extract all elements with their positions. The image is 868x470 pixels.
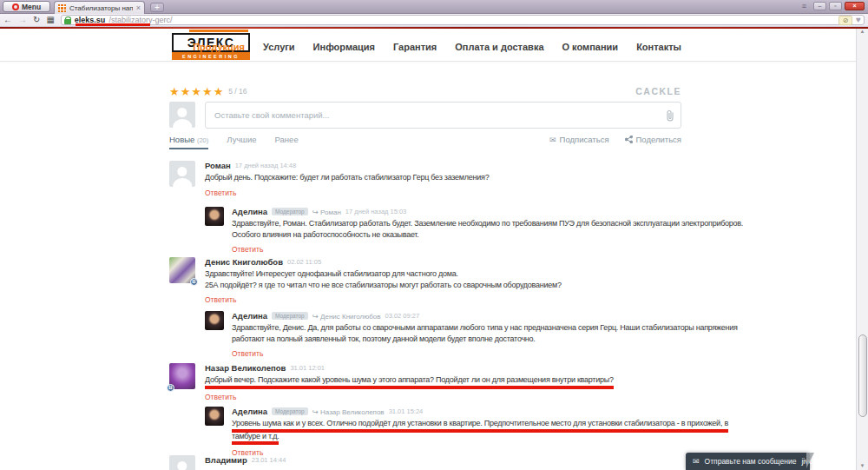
comment-text: Добрый вечер. Подскажите какой уровень ш… bbox=[205, 374, 614, 389]
back-icon[interactable]: ← bbox=[3, 16, 12, 24]
comment-line: Здравствуйте, Денис. Да, для работы со с… bbox=[232, 322, 738, 334]
subscribe-button[interactable]: ✉ Подписаться bbox=[549, 135, 608, 144]
comment: BДенис Книголюбов02.02 11:05Здравствуйте… bbox=[169, 257, 562, 306]
scroll-up-icon[interactable]: ▲ bbox=[857, 29, 868, 34]
comment: Роман17 дней назад 14:48Добрый день. Под… bbox=[169, 161, 489, 199]
comment-time: 31.01 12:01 bbox=[290, 364, 325, 372]
star-icon[interactable]: ★ bbox=[181, 85, 192, 98]
opera-menu-button[interactable]: Menu bbox=[3, 1, 50, 12]
comment: Владимир23.01 14:44 bbox=[169, 455, 286, 470]
moderator-badge: Модератор bbox=[272, 407, 308, 415]
star-icon[interactable]: ★ bbox=[214, 85, 225, 98]
reply-button[interactable]: Ответить bbox=[205, 189, 236, 197]
comment-author[interactable]: Аделина bbox=[232, 207, 267, 216]
menu-label: Menu bbox=[22, 3, 41, 11]
reload-icon[interactable]: ↻ bbox=[33, 16, 40, 24]
browser-tab[interactable]: Стабилизаторы напряже... × bbox=[54, 1, 145, 14]
browser-tab-bar: Menu Стабилизаторы напряже... × + ≡ – ▫ … bbox=[0, 0, 868, 14]
comment-author[interactable]: Денис Книголюбов bbox=[205, 257, 283, 267]
url-path: /stabilizatory-gerc/ bbox=[108, 16, 835, 24]
nav-item[interactable]: Контакты bbox=[636, 42, 681, 52]
star-icon[interactable]: ★ bbox=[202, 85, 214, 98]
rating-score: 5 / 16 bbox=[228, 87, 247, 96]
scrollbar-thumb[interactable] bbox=[858, 334, 867, 417]
forward-icon[interactable]: → bbox=[18, 16, 27, 24]
subscribe-label: Подписаться bbox=[560, 135, 609, 144]
scrollbar[interactable]: ▲ ▼ bbox=[856, 27, 868, 470]
share-label: Поделиться bbox=[636, 135, 681, 144]
comment-author[interactable]: Аделина bbox=[232, 407, 267, 416]
comment-line: Здравствуйте, Роман. Стабилизатор работа… bbox=[232, 218, 743, 229]
opera-logo-icon bbox=[12, 3, 19, 10]
comment-line-annotated: Уровень шума как и у всех. Отлично подой… bbox=[232, 418, 728, 433]
star-icon[interactable]: ★ bbox=[191, 85, 202, 98]
nav-item[interactable]: Услуги bbox=[263, 42, 295, 52]
cackle-brand-link[interactable]: CACKLE bbox=[635, 86, 681, 96]
user-avatar bbox=[169, 102, 195, 128]
comment-avatar bbox=[205, 311, 224, 330]
maximize-button[interactable]: ▫ bbox=[829, 2, 842, 10]
chat-widget[interactable]: ✉ Отправьте нам сообщение jivosite bbox=[686, 453, 810, 470]
comments-tab[interactable]: Новые (20) bbox=[169, 135, 208, 149]
annotation-url-underline bbox=[76, 23, 150, 26]
close-button[interactable]: × bbox=[845, 2, 865, 10]
tab-menu-icon[interactable]: ≡ bbox=[802, 2, 806, 10]
attach-file-icon[interactable] bbox=[666, 109, 674, 125]
reply-button[interactable]: Ответить bbox=[205, 295, 236, 304]
comment: АделинаМодератор↪ Денис Книголюбов03.02 … bbox=[205, 311, 738, 360]
comment-time: 31.01 15:24 bbox=[389, 407, 424, 415]
comment-tabs: Новые (20)ЛучшиеРанее bbox=[169, 135, 317, 149]
reply-arrow-icon: ↪ bbox=[312, 208, 319, 216]
comment-line: Особого влияния на работоспособность не … bbox=[232, 229, 419, 241]
reply-to-link[interactable]: ↪ Роман bbox=[312, 208, 341, 216]
web-page: ЭЛЕКС ENGINEERING ПродукцияУслугиИнформа… bbox=[0, 27, 856, 470]
star-icon[interactable]: ★ bbox=[169, 85, 181, 98]
padlock-icon bbox=[64, 17, 71, 24]
comment-author[interactable]: Аделина bbox=[232, 311, 267, 321]
comments-tab[interactable]: Ранее bbox=[275, 135, 299, 149]
url-field[interactable]: eleks.su /stabilizatory-gerc/ ⊘ ♥ bbox=[61, 15, 865, 25]
minimize-button[interactable]: – bbox=[813, 2, 826, 10]
tab-close-icon[interactable]: × bbox=[136, 4, 141, 12]
comments-tab[interactable]: Лучшие bbox=[227, 135, 256, 149]
comment-line: работают на полный заявленный ток, поэто… bbox=[232, 334, 536, 345]
nav-item[interactable]: Оплата и доставка bbox=[455, 42, 543, 52]
speed-dial-icon[interactable]: ▦ bbox=[46, 16, 54, 24]
comment-avatar bbox=[169, 455, 195, 470]
share-button[interactable]: Поделиться bbox=[625, 135, 681, 144]
reply-to-link[interactable]: ↪ Денис Книголюбов bbox=[312, 312, 381, 321]
share-icon bbox=[625, 136, 633, 143]
new-tab-button[interactable]: + bbox=[150, 3, 164, 12]
comment: АделинаМодератор↪ Назар Великолепов31.01… bbox=[205, 407, 728, 459]
nav-item[interactable]: Информация bbox=[313, 42, 375, 52]
comment-author[interactable]: Роман bbox=[205, 161, 231, 170]
comment-text: Здравствуйте! Интересует однофазный стаб… bbox=[205, 268, 562, 290]
comment: BНазар Великолепов31.01 12:01Добрый вече… bbox=[169, 363, 614, 403]
header-divider bbox=[0, 61, 856, 62]
reply-to-link[interactable]: ↪ Назар Великолепов bbox=[312, 407, 385, 416]
nav-item[interactable]: О компании bbox=[562, 42, 619, 52]
window-controls: ≡ – ▫ × bbox=[802, 2, 865, 10]
scroll-down-icon[interactable]: ▼ bbox=[857, 463, 868, 468]
provider-badge: B bbox=[167, 384, 174, 392]
heart-bookmark-icon[interactable]: ♥ bbox=[856, 16, 861, 24]
comment-author[interactable]: Назар Великолепов bbox=[205, 363, 286, 373]
reply-arrow-icon: ↪ bbox=[312, 312, 319, 321]
reply-button[interactable]: Ответить bbox=[205, 393, 236, 401]
tab-title: Стабилизаторы напряже... bbox=[69, 4, 133, 12]
star-rating[interactable]: ★★★★★ bbox=[169, 83, 224, 99]
comment-input[interactable] bbox=[205, 102, 681, 129]
comment-author[interactable]: Владимир bbox=[205, 455, 247, 465]
reply-button[interactable]: Ответить bbox=[232, 245, 263, 254]
reply-button[interactable]: Ответить bbox=[232, 349, 263, 358]
comment-time: 17 дней назад 15:03 bbox=[345, 208, 406, 215]
comment-line: 25А подойдёт? я где то читал что не все … bbox=[205, 280, 562, 291]
comment-line: Добрый день. Подскажите: будет ли работа… bbox=[205, 172, 489, 183]
site-favicon bbox=[58, 4, 66, 12]
nav-item[interactable]: Гарантия bbox=[393, 42, 437, 52]
nav-item[interactable]: Продукция bbox=[193, 42, 245, 52]
comment-text: Уровень шума как и у всех. Отлично подой… bbox=[232, 418, 728, 445]
comment-line-annotated: тамбуре и т.д. bbox=[232, 431, 279, 446]
blocked-content-icon[interactable]: ⊘ bbox=[838, 16, 852, 25]
comment-time: 03.02 09:27 bbox=[385, 312, 420, 320]
